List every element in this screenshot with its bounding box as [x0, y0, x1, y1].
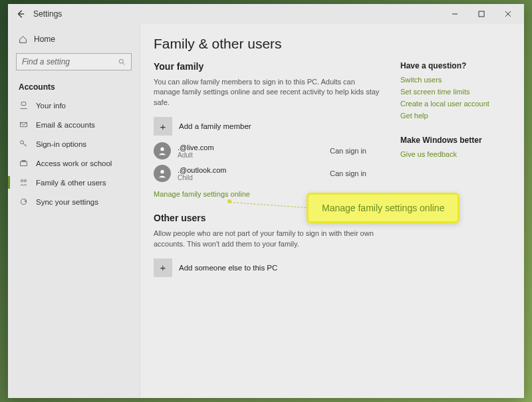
sidebar-section-title: Accounts: [8, 76, 140, 96]
svg-point-15: [21, 179, 23, 181]
svg-point-16: [24, 179, 26, 181]
content-area: Home Find a setting Accounts Your info E…: [8, 24, 524, 398]
close-button[interactable]: [495, 4, 521, 24]
svg-rect-2: [479, 11, 484, 17]
annotation-callout: Manage family settings online: [307, 193, 460, 223]
svg-rect-13: [20, 161, 27, 166]
sidebar-item-work-school[interactable]: Access work or school: [8, 153, 140, 173]
window-title: Settings: [33, 9, 62, 19]
member-role: Child: [178, 174, 277, 181]
add-other-label: Add someone else to this PC: [179, 264, 277, 272]
main-panel: Family & other users Your family You can…: [140, 24, 524, 398]
family-member-row[interactable]: .@outlook.com Child Can sign in: [154, 165, 380, 182]
member-status: Can sign in: [330, 169, 366, 177]
minimize-icon: [452, 11, 458, 17]
sidebar-item-label: Email & accounts: [36, 121, 95, 129]
left-column: Your family You can allow family members…: [154, 61, 380, 284]
feedback-heading: Make Windows better: [400, 136, 507, 145]
help-link-get-help[interactable]: Get help: [400, 112, 507, 120]
home-icon: [19, 35, 27, 44]
avatar-icon: [154, 165, 171, 182]
family-icon: [19, 178, 28, 187]
search-input[interactable]: Find a setting: [16, 53, 132, 70]
add-family-member-button[interactable]: + Add a family member: [154, 117, 380, 136]
other-users-description: Allow people who are not part of your fa…: [154, 229, 380, 249]
add-family-label: Add a family member: [179, 122, 251, 130]
avatar-icon: [154, 142, 171, 159]
svg-line-6: [123, 63, 125, 65]
your-family-heading: Your family: [154, 61, 380, 72]
svg-line-12: [25, 144, 26, 146]
key-icon: [19, 140, 28, 148]
briefcase-icon: [19, 159, 28, 167]
svg-point-18: [160, 170, 164, 173]
member-status: Can sign in: [330, 147, 366, 155]
search-icon: [118, 58, 126, 66]
search-placeholder: Find a setting: [22, 57, 118, 66]
add-other-user-button[interactable]: + Add someone else to this PC: [154, 258, 380, 277]
help-link-local-account[interactable]: Create a local user account: [400, 100, 507, 108]
annotation-text: Manage family settings online: [322, 203, 444, 213]
sidebar-item-label: Sign-in options: [36, 140, 86, 148]
svg-point-17: [160, 148, 164, 151]
minimize-button[interactable]: [442, 4, 468, 24]
sidebar: Home Find a setting Accounts Your info E…: [8, 24, 140, 398]
plus-icon: +: [154, 117, 172, 136]
member-info: .@outlook.com Child: [178, 166, 277, 181]
help-heading: Have a question?: [400, 61, 507, 70]
feedback-link[interactable]: Give us feedback: [400, 150, 507, 158]
home-label: Home: [34, 35, 55, 44]
family-member-row[interactable]: .@live.com Adult Can sign in: [154, 142, 380, 159]
sidebar-item-family[interactable]: Family & other users: [8, 173, 140, 192]
sidebar-item-label: Your info: [36, 102, 66, 110]
member-email: .@live.com: [178, 144, 277, 151]
home-nav[interactable]: Home: [8, 31, 140, 48]
sidebar-item-label: Family & other users: [36, 179, 106, 187]
help-link-switch-users[interactable]: Switch users: [400, 76, 507, 84]
sidebar-item-label: Access work or school: [36, 159, 112, 167]
svg-point-5: [119, 59, 123, 63]
your-family-description: You can allow family members to sign in …: [154, 77, 380, 108]
close-icon: [505, 11, 511, 17]
page-title: Family & other users: [154, 36, 511, 52]
sync-icon: [19, 197, 28, 206]
sidebar-item-your-info[interactable]: Your info: [8, 96, 140, 115]
settings-window: Settings Home Find a setting Accounts: [8, 4, 524, 398]
manage-family-link[interactable]: Manage family settings online: [154, 190, 250, 198]
plus-icon: +: [154, 258, 172, 277]
sidebar-item-sync[interactable]: Sync your settings: [8, 192, 140, 211]
sidebar-item-signin[interactable]: Sign-in options: [8, 134, 140, 153]
member-info: .@live.com Adult: [178, 144, 277, 159]
maximize-icon: [478, 11, 485, 17]
title-bar: Settings: [8, 4, 524, 24]
help-link-screen-time[interactable]: Set screen time limits: [400, 88, 507, 96]
back-arrow-icon: [16, 9, 25, 19]
member-role: Adult: [178, 151, 277, 159]
sidebar-item-email[interactable]: Email & accounts: [8, 115, 140, 134]
mail-icon: [19, 120, 28, 129]
right-column: Have a question? Switch users Set screen…: [400, 61, 507, 162]
member-email: .@outlook.com: [178, 166, 277, 174]
svg-rect-14: [22, 160, 25, 161]
maximize-button[interactable]: [468, 4, 495, 24]
sidebar-item-label: Sync your settings: [36, 198, 98, 206]
back-button[interactable]: [11, 4, 31, 24]
svg-rect-7: [21, 102, 26, 106]
user-icon: [19, 101, 28, 110]
